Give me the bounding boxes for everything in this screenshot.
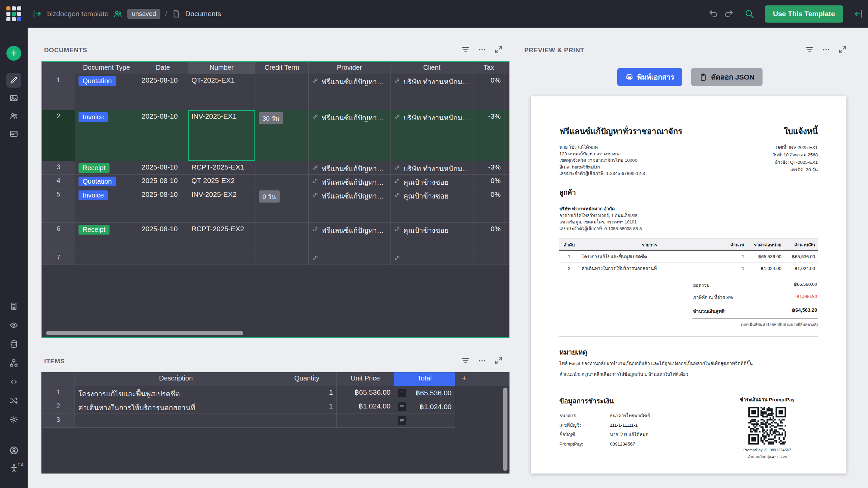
app-logo[interactable] [0,0,28,28]
structure-button[interactable] [6,356,21,370]
column-header-credit-term[interactable]: Credit Term [255,62,309,74]
tax-cell[interactable]: -3% [473,110,504,161]
unit-price-cell[interactable]: ฿1,024.00 [337,400,394,414]
credit-term-cell[interactable] [255,223,309,251]
row-number-cell[interactable]: 1 [42,386,75,400]
items-table-row[interactable]: 3 [42,414,509,428]
column-header-tax[interactable]: Tax [473,62,504,74]
client-cell[interactable]: บริษัท ทำงานหนักม… [391,74,473,110]
column-header-description[interactable]: Description [75,372,277,386]
expand-widget-icon[interactable] [838,45,847,54]
total-cell[interactable]: ฿1,024.00 [394,400,455,414]
more-options-icon[interactable] [477,45,487,54]
undo-icon[interactable] [708,9,718,19]
sidebar-page-image[interactable] [6,91,21,105]
use-template-button[interactable]: Use This Template [765,5,843,23]
unit-price-cell[interactable] [337,414,394,428]
number-cell[interactable] [188,251,255,265]
row-number-cell[interactable]: 5 [42,188,75,223]
quantity-cell[interactable]: 1 [277,400,337,414]
quantity-cell[interactable] [277,414,337,428]
row-number-header[interactable] [42,372,75,386]
tax-cell[interactable]: 0% [473,175,504,188]
filter-sort-icon[interactable] [805,45,814,54]
documents-table-row[interactable]: 3 Receipt 2025-08-10 RCPT-2025-EX1 ฟรีแล… [42,161,509,175]
document-type-cell[interactable]: Quotation [75,175,138,188]
items-table-row[interactable]: 2 ค่าเดินทางในการให้บริการนอกสถานที่ 1 ฿… [42,400,509,414]
row-number-cell[interactable]: 6 [42,223,75,251]
documents-table-row[interactable]: 7 [42,251,509,265]
items-table-row[interactable]: 1 โครงการแก้ไขและฟื้นฟูสเปรดชีต 1 ฿65,53… [42,386,509,400]
column-header-document-type[interactable]: Document Type [75,62,138,74]
documents-table-row[interactable]: 5 Invoice 2025-08-10 INV-2025-EX2 0 วัน … [42,188,509,223]
column-header-quantity[interactable]: Quantity [277,372,337,386]
quantity-cell[interactable]: 1 [277,386,337,400]
total-cell[interactable] [394,414,455,428]
row-number-cell[interactable]: 2 [42,400,75,414]
filter-sort-icon[interactable] [461,45,470,54]
breadcrumb-page[interactable]: Documents [185,10,221,18]
client-cell[interactable]: คุณป้าข้างซอย [391,188,473,223]
credit-term-cell[interactable] [255,74,309,110]
total-cell[interactable]: ฿65,536.00 [394,386,455,400]
client-cell[interactable]: บริษัท ทำงานหนักม… [391,110,473,161]
settings-button[interactable] [6,412,21,427]
search-icon[interactable] [744,8,755,19]
date-cell[interactable] [138,251,188,265]
number-cell[interactable]: QT-2025-EX1 [188,74,255,110]
open-right-panel-icon[interactable] [853,9,863,19]
row-number-cell[interactable]: 3 [42,414,75,428]
provider-cell[interactable] [309,251,391,265]
users-icon[interactable] [113,9,123,19]
items-vertical-scrollbar[interactable] [503,388,507,471]
client-cell[interactable]: คุณป้าข้างซอย [391,223,473,251]
column-header-provider[interactable]: Provider [309,62,391,74]
row-number-header[interactable] [42,62,75,74]
client-cell[interactable]: บริษัท ทำงานหนักม… [391,161,473,175]
add-column-button[interactable]: + [455,372,473,386]
more-options-icon[interactable] [477,356,487,365]
document-title[interactable]: bizdocgen template [47,10,108,18]
credit-term-cell[interactable] [255,175,309,188]
number-cell[interactable]: INV-2025-EX1 [188,110,255,161]
add-new-button[interactable]: + [6,46,21,61]
view-button[interactable] [6,318,21,333]
description-cell[interactable]: โครงการแก้ไขและฟื้นฟูสเปรดชีต [75,386,277,400]
print-document-button[interactable]: พิมพ์เอกสาร [617,68,682,86]
filter-sort-icon[interactable] [461,356,470,365]
date-cell[interactable]: 2025-08-10 [138,175,188,188]
number-cell[interactable]: INV-2025-EX2 [188,188,255,223]
sidebar-page-people[interactable] [6,109,21,123]
code-button[interactable] [6,374,21,389]
credit-term-cell[interactable] [255,251,309,265]
date-cell[interactable]: 2025-08-10 [138,161,188,175]
tax-cell[interactable]: -3% [473,161,504,175]
column-header-number[interactable]: Number [188,62,255,74]
column-header-total[interactable]: Total [394,372,455,386]
provider-cell[interactable]: ฟรีแลนซ์แก้ปัญหา… [309,110,391,161]
number-cell[interactable]: RCPT-2025-EX1 [188,161,255,175]
documents-table-row[interactable]: 1 Quotation 2025-08-10 QT-2025-EX1 ฟรีแล… [42,74,509,110]
expand-widget-icon[interactable] [494,356,503,365]
document-type-cell[interactable]: Invoice [75,188,138,223]
date-cell[interactable]: 2025-08-10 [138,223,188,251]
credit-term-cell[interactable]: 30 วัน [255,110,309,161]
unit-price-cell[interactable]: ฿65,536.00 [337,386,394,400]
provider-cell[interactable]: ฟรีแลนซ์แก้ปัญหา… [309,223,391,251]
client-cell[interactable] [391,251,473,265]
date-cell[interactable]: 2025-08-10 [138,188,188,223]
building-button[interactable] [6,299,21,314]
document-type-cell[interactable]: Receipt [75,161,138,175]
documents-table-row[interactable]: 2 Invoice 2025-08-10 INV-2025-EX1 30 วัน… [42,110,509,161]
sidebar-page-edit[interactable] [6,73,21,88]
column-header-unit-price[interactable]: Unit Price [337,372,394,386]
column-header-client[interactable]: Client [391,62,473,74]
copy-json-button[interactable]: คัดลอก JSON [691,68,763,86]
account-button[interactable] [6,443,21,458]
row-number-cell[interactable]: 1 [42,74,75,110]
provider-cell[interactable]: ฟรีแลนซ์แก้ปัญหา… [309,175,391,188]
document-type-cell[interactable]: Invoice [75,110,138,161]
shuffle-button[interactable] [6,393,21,408]
document-type-cell[interactable] [75,251,138,265]
tax-cell[interactable]: 0% [473,188,504,223]
